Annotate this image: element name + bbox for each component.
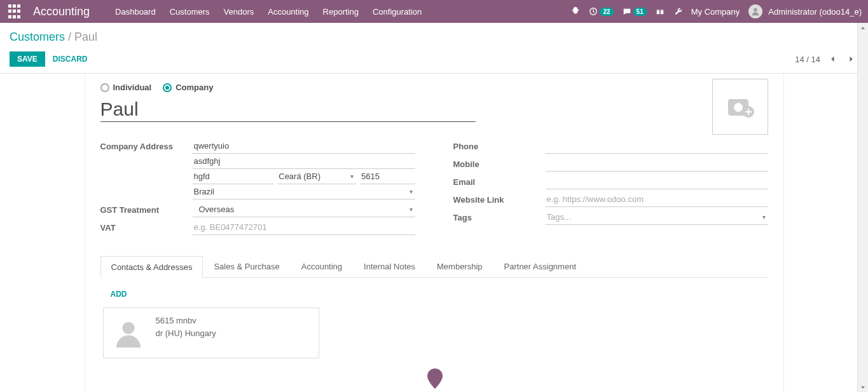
email-input[interactable]	[546, 174, 768, 189]
svg-point-8	[122, 322, 134, 334]
apps-icon[interactable]	[6, 4, 22, 19]
label-vat: VAT	[100, 220, 193, 233]
nav-menu: Dashboard Customers Vendors Accounting R…	[115, 7, 422, 17]
name-input[interactable]	[100, 97, 476, 122]
breadcrumb: Customers / Paul	[0, 23, 868, 48]
activity-count: 22	[600, 8, 613, 16]
systray: 22 51 My Company Administrator (odoo14_e…	[571, 4, 862, 18]
image-upload[interactable]	[712, 79, 768, 135]
messages-count: 51	[633, 8, 647, 16]
scroll-up-icon[interactable]	[858, 23, 868, 34]
street-input[interactable]	[193, 139, 415, 154]
label-phone: Phone	[453, 139, 546, 151]
label-website: Website Link	[453, 192, 546, 205]
tab-partner[interactable]: Partner Assignment	[493, 255, 587, 277]
pager-prev[interactable]	[825, 52, 839, 67]
chevron-down-icon: ▾	[762, 213, 766, 220]
svg-point-4	[754, 8, 757, 11]
breadcrumb-root[interactable]: Customers	[10, 30, 65, 43]
pager-text[interactable]: 14 / 14	[795, 55, 820, 64]
tags-input[interactable]	[546, 210, 768, 225]
contact-line1: 5615 mnbv	[156, 314, 216, 327]
save-button[interactable]: SAVE	[10, 51, 45, 67]
tab-contacts[interactable]: Contacts & Addresses	[100, 256, 203, 278]
tab-notes[interactable]: Internal Notes	[353, 255, 426, 277]
add-contact-button[interactable]: ADD	[111, 290, 127, 299]
mobile-input[interactable]	[546, 156, 768, 172]
gst-select[interactable]	[193, 202, 415, 217]
tab-membership[interactable]: Membership	[426, 255, 493, 277]
vertical-scrollbar[interactable]	[857, 23, 868, 392]
wrench-icon[interactable]	[673, 6, 682, 17]
nav-vendors[interactable]: Vendors	[224, 7, 254, 17]
svg-rect-3	[656, 10, 663, 11]
vat-input[interactable]	[193, 220, 415, 235]
control-panel: SAVE DISCARD 14 / 14	[0, 48, 868, 74]
scroll-down-icon[interactable]	[858, 381, 868, 392]
radio-individual[interactable]: Individual	[100, 83, 152, 92]
breadcrumb-current: Paul	[74, 30, 97, 43]
company-switcher[interactable]: My Company	[691, 7, 740, 17]
pager: 14 / 14	[795, 52, 858, 67]
user-menu[interactable]: Administrator (odoo14_e)	[748, 4, 862, 18]
website-input[interactable]	[546, 192, 768, 207]
nav-accounting[interactable]: Accounting	[268, 7, 308, 17]
map-pin-icon[interactable]	[427, 368, 443, 389]
bug-icon[interactable]	[571, 6, 580, 17]
phone-input[interactable]	[546, 139, 768, 154]
nav-customers[interactable]: Customers	[170, 7, 210, 17]
tab-content: ADD 5615 mnbv dr (HU) Hungary	[100, 278, 768, 370]
messages-badge[interactable]: 51	[623, 7, 647, 16]
contact-line2: dr (HU) Hungary	[156, 327, 216, 340]
activity-badge[interactable]: 22	[589, 7, 613, 16]
user-label: Administrator (odoo14_e)	[768, 7, 862, 17]
top-nav: Accounting Dashboard Customers Vendors A…	[0, 0, 868, 23]
radio-company[interactable]: Company	[163, 83, 213, 92]
nav-reporting[interactable]: Reporting	[323, 7, 359, 17]
brand-label[interactable]: Accounting	[33, 5, 90, 18]
label-tags: Tags	[453, 210, 546, 222]
form-sheet: Individual Company Company Address ▾ ▾	[85, 74, 784, 392]
tab-sales[interactable]: Sales & Purchase	[203, 255, 290, 277]
person-icon	[110, 314, 147, 351]
state-select[interactable]	[277, 169, 356, 184]
label-gst: GST Treatment	[100, 202, 193, 215]
city-input[interactable]	[193, 169, 274, 184]
contact-card[interactable]: 5615 mnbv dr (HU) Hungary	[103, 308, 319, 358]
street2-input[interactable]	[193, 154, 415, 169]
pager-next[interactable]	[844, 52, 858, 67]
country-select[interactable]	[193, 184, 415, 199]
discard-button[interactable]: DISCARD	[53, 55, 88, 64]
gift-icon[interactable]	[656, 6, 665, 17]
svg-point-6	[734, 103, 743, 112]
tab-accounting[interactable]: Accounting	[291, 255, 353, 277]
label-email: Email	[453, 174, 546, 187]
company-type-radio: Individual Company	[100, 80, 768, 92]
avatar-icon	[748, 4, 762, 18]
label-company-address: Company Address	[100, 139, 193, 151]
chevron-down-icon: ▾	[350, 173, 354, 180]
label-mobile: Mobile	[453, 156, 546, 169]
nav-configuration[interactable]: Configuration	[373, 7, 422, 17]
chevron-down-icon: ▾	[410, 188, 413, 195]
zip-input[interactable]	[360, 169, 415, 184]
notebook-tabs: Contacts & Addresses Sales & Purchase Ac…	[100, 255, 768, 278]
nav-dashboard[interactable]: Dashboard	[115, 7, 156, 17]
chevron-down-icon: ▾	[410, 206, 413, 213]
